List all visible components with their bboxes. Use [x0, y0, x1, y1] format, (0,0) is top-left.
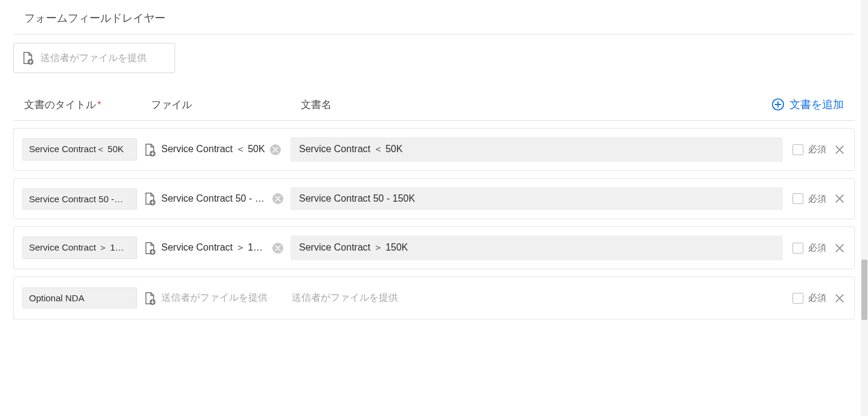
required-asterisk: *: [97, 99, 101, 110]
add-document-button[interactable]: 文書を追加: [771, 97, 844, 112]
close-icon: [275, 196, 281, 202]
file-cell[interactable]: Service Contract 50 - 1…: [137, 191, 287, 206]
required-cell: 必須: [792, 193, 826, 205]
clear-file-button[interactable]: [272, 193, 283, 204]
file-label: Service Contract 50 - 1…: [161, 193, 268, 204]
file-cell[interactable]: Service Contract ＜ 50K: [137, 142, 287, 157]
required-label: 必須: [808, 242, 826, 254]
document-row: Service Contract ＞ 1…Service Contract ＞ …: [13, 226, 855, 269]
documents-list: Service Contract＜ 50KService Contract ＜ …: [13, 128, 855, 319]
file-add-icon: [143, 241, 156, 255]
required-checkbox[interactable]: [792, 144, 803, 155]
document-row: Service Contract＜ 50KService Contract ＜ …: [13, 128, 855, 171]
required-label: 必須: [808, 193, 826, 205]
document-row: Optional NDA送信者がファイルを提供送信者がファイルを提供必須: [13, 277, 855, 319]
upload-placeholder: 送信者がファイルを提供: [40, 52, 147, 65]
document-title-input[interactable]: Service Contract ＞ 1…: [22, 237, 137, 259]
required-cell: 必須: [792, 144, 826, 155]
document-title-input[interactable]: Optional NDA: [22, 287, 137, 309]
header-title-text: 文書のタイトル: [24, 99, 96, 110]
remove-row-button[interactable]: [834, 292, 846, 304]
document-row: Service Contract 50 -…Service Contract 5…: [13, 178, 855, 219]
file-cell[interactable]: 送信者がファイルを提供: [137, 291, 287, 306]
header-title: 文書のタイトル*: [24, 98, 151, 112]
form-field-layer-upload[interactable]: 送信者がファイルを提供: [13, 43, 175, 73]
file-add-icon: [143, 142, 156, 157]
clear-file-button[interactable]: [272, 243, 283, 254]
scrollbar-thumb[interactable]: [861, 260, 867, 320]
file-add-icon: [143, 191, 156, 206]
document-title-input[interactable]: Service Contract 50 -…: [22, 188, 137, 210]
required-checkbox[interactable]: [792, 293, 803, 304]
required-label: 必須: [808, 144, 826, 155]
column-headers: 文書のタイトル* ファイル 文書名 文書を追加: [13, 97, 855, 121]
file-cell[interactable]: Service Contract ＞ 150K: [137, 241, 287, 255]
close-icon: [834, 193, 846, 205]
file-add-icon: [143, 291, 156, 306]
file-label: Service Contract ＞ 150K: [161, 242, 268, 254]
document-title-input[interactable]: Service Contract＜ 50K: [22, 138, 137, 161]
required-checkbox[interactable]: [792, 193, 803, 204]
close-icon: [834, 144, 846, 156]
file-label: Service Contract ＜ 50K: [161, 143, 265, 156]
close-icon: [834, 242, 846, 254]
vertical-scrollbar[interactable]: [861, 0, 868, 416]
header-name: 文書名: [301, 98, 771, 112]
remove-row-button[interactable]: [834, 242, 846, 254]
close-icon: [275, 245, 281, 251]
required-cell: 必須: [792, 292, 826, 304]
add-document-label: 文書を追加: [789, 97, 844, 112]
remove-row-button[interactable]: [834, 193, 846, 205]
remove-row-button[interactable]: [834, 144, 846, 156]
file-add-icon: [21, 51, 34, 65]
document-name-input[interactable]: Service Contract ＜ 50K: [291, 137, 783, 162]
document-name-input[interactable]: 送信者がファイルを提供: [291, 286, 783, 310]
page-container: フォームフィールドレイヤー 送信者がファイルを提供 文書のタイトル* ファイル …: [0, 0, 868, 416]
required-label: 必須: [808, 292, 826, 304]
section-title: フォームフィールドレイヤー: [13, 0, 855, 34]
document-name-input[interactable]: Service Contract 50 - 150K: [291, 187, 783, 210]
header-file: ファイル: [151, 98, 301, 112]
required-checkbox[interactable]: [792, 243, 803, 254]
file-label: 送信者がファイルを提供: [161, 292, 268, 304]
document-name-input[interactable]: Service Contract ＞ 150K: [291, 235, 783, 260]
close-icon: [834, 292, 846, 304]
plus-circle-icon: [771, 98, 785, 111]
clear-file-button[interactable]: [270, 144, 281, 155]
required-cell: 必須: [792, 242, 826, 254]
close-icon: [272, 147, 278, 153]
